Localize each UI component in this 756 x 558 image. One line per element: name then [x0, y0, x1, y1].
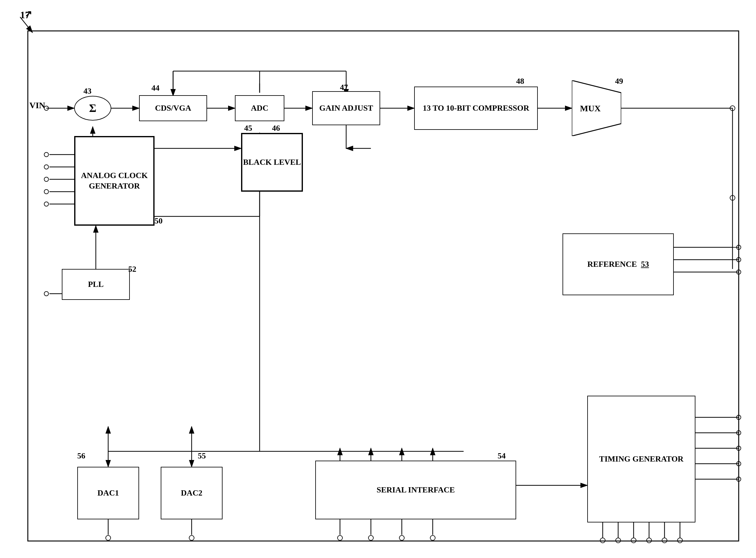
ref-49: 49	[615, 77, 623, 86]
ref-48: 48	[516, 77, 524, 86]
svg-point-71	[736, 415, 741, 420]
sigma-symbol: Σ	[89, 102, 97, 115]
svg-point-39	[44, 189, 49, 194]
svg-point-35	[44, 165, 49, 169]
svg-point-58	[338, 535, 342, 540]
svg-point-77	[736, 461, 741, 466]
svg-point-29	[736, 245, 741, 250]
dac1-block: DAC1	[77, 467, 139, 519]
svg-point-23	[730, 195, 735, 200]
black-level-label: BLACK LEVEL	[243, 157, 301, 168]
ref-46: 46	[272, 124, 280, 133]
ref-55: 55	[198, 451, 206, 461]
compressor-block: 13 TO 10-BIT COMPRESSOR	[414, 86, 538, 130]
vin-label: VIN	[29, 100, 45, 110]
reference-label: REFERENCE 53	[587, 259, 649, 270]
dac2-label: DAC2	[181, 488, 202, 498]
pll-block: PLL	[62, 269, 130, 300]
cds-vga-label: CDS/VGA	[155, 103, 191, 113]
svg-point-79	[736, 477, 741, 481]
mux-block: MUX	[572, 80, 621, 136]
svg-point-75	[736, 446, 741, 450]
sigma-block: Σ	[74, 96, 111, 121]
svg-point-64	[430, 535, 435, 540]
analog-clock-block: ANALOG CLOCK GENERATOR	[74, 136, 155, 226]
svg-point-37	[44, 177, 49, 181]
svg-point-54	[106, 535, 111, 540]
adc-label: ADC	[251, 103, 268, 113]
svg-point-85	[631, 538, 636, 543]
timing-gen-label: TIMING GENERATOR	[599, 454, 684, 464]
ref-56: 56	[77, 451, 85, 461]
compressor-label: 13 TO 10-BIT COMPRESSOR	[423, 103, 529, 113]
adc-block: ADC	[235, 95, 284, 121]
pll-label: PLL	[88, 279, 104, 290]
mux-label: MUX	[580, 104, 601, 113]
svg-point-83	[616, 538, 621, 543]
svg-point-56	[189, 535, 194, 540]
analog-clock-label: ANALOG CLOCK GENERATOR	[75, 170, 153, 192]
svg-point-33	[44, 152, 49, 157]
ref-52: 52	[128, 264, 136, 274]
svg-point-73	[736, 431, 741, 435]
ref-54: 54	[498, 451, 506, 461]
ref-45: 45	[244, 124, 252, 133]
svg-point-62	[399, 535, 404, 540]
svg-point-60	[368, 535, 373, 540]
svg-point-30	[736, 257, 741, 262]
gain-adjust-label: GAIN ADJUST	[319, 103, 373, 113]
serial-if-label: SERIAL INTERFACE	[376, 485, 455, 495]
cds-vga-block: CDS/VGA	[139, 95, 207, 121]
svg-point-87	[647, 538, 652, 543]
serial-if-block: SERIAL INTERFACE	[315, 461, 516, 519]
black-level-block: BLACK LEVEL	[241, 133, 303, 192]
svg-point-45	[44, 291, 49, 296]
figure-arrow: ↗	[25, 9, 32, 19]
svg-point-89	[662, 538, 667, 543]
svg-point-41	[44, 202, 49, 206]
ref-44: 44	[152, 83, 159, 93]
svg-point-14	[730, 106, 735, 111]
svg-point-81	[600, 538, 605, 543]
gain-adjust-block: GAIN ADJUST	[312, 91, 380, 125]
dac2-block: DAC2	[161, 467, 223, 519]
ref-43: 43	[83, 86, 92, 96]
timing-gen-block: TIMING GENERATOR	[587, 396, 696, 523]
svg-point-31	[736, 270, 741, 274]
reference-block: REFERENCE 53	[563, 233, 674, 295]
svg-point-91	[677, 538, 682, 543]
dac1-label: DAC1	[97, 488, 119, 498]
ref-50: 50	[155, 217, 162, 226]
ref-47: 47	[340, 83, 348, 92]
